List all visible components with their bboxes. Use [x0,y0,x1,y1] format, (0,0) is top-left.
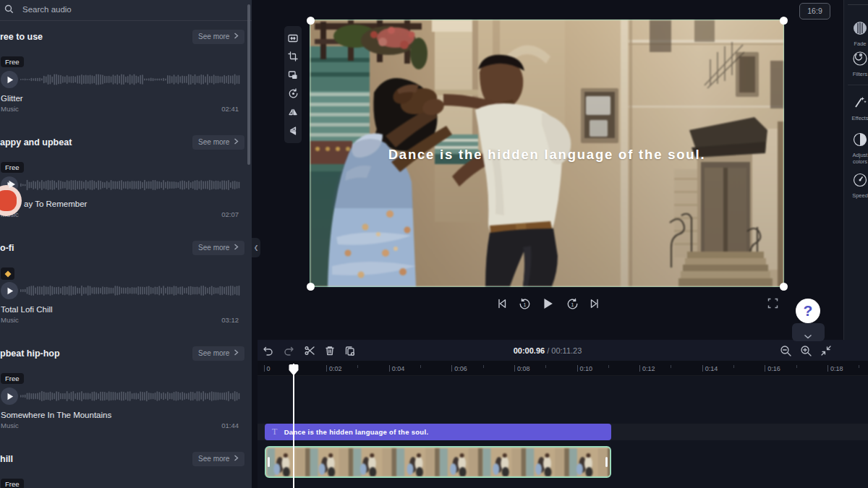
svg-text:1: 1 [523,301,526,307]
svg-text:1: 1 [571,301,574,307]
